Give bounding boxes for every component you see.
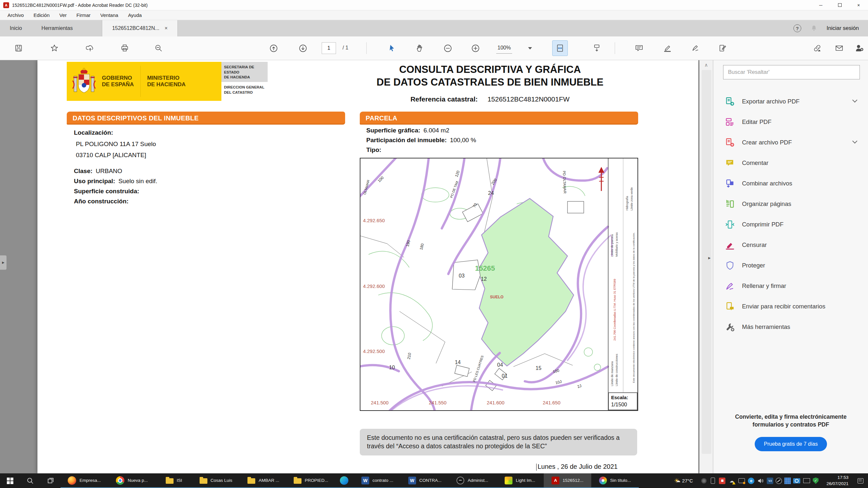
taskbar-app-administrador[interactable]: Administ... <box>448 474 496 488</box>
taskbar-folder-ambar[interactable]: AMBAR ... <box>240 474 287 488</box>
weather-icon: ☀ <box>674 477 680 484</box>
zoom-out-button[interactable] <box>440 40 456 56</box>
save-button[interactable] <box>11 40 26 56</box>
bell-icon[interactable] <box>810 24 817 32</box>
sign-tool-button[interactable] <box>688 40 704 56</box>
task-view-button[interactable] <box>40 474 61 488</box>
notification-center-button[interactable] <box>853 474 868 488</box>
close-button[interactable]: × <box>849 0 868 10</box>
tool-crear-pdf[interactable]: Crear archivo PDF <box>713 132 868 153</box>
chevron-down-icon[interactable] <box>852 139 858 144</box>
taskbar-doc-contra[interactable]: WCONTRA... <box>401 474 448 488</box>
page-scrolling-button[interactable] <box>589 40 604 56</box>
start-button[interactable] <box>0 474 20 488</box>
close-tab-icon[interactable]: × <box>164 25 167 31</box>
menu-firmar[interactable]: Firmar <box>72 10 95 20</box>
zoom-level-control[interactable]: 100% <box>496 45 512 54</box>
tool-censurar[interactable]: Censurar <box>713 234 868 255</box>
taskbar-app-edge[interactable] <box>335 474 353 488</box>
tray-status-icon[interactable] <box>701 478 707 483</box>
tray-screen-icon[interactable] <box>738 477 746 485</box>
comment-tool-button[interactable] <box>631 40 647 56</box>
tray-v2-icon[interactable]: V2 <box>767 478 773 484</box>
taskbar-folder-isi[interactable]: ISI <box>156 474 192 488</box>
tray-volume-icon[interactable] <box>757 477 765 485</box>
taskbar-search-button[interactable] <box>20 474 40 488</box>
tray-defender-icon[interactable]: ✓ <box>813 478 818 484</box>
maximize-button[interactable] <box>830 0 849 10</box>
tray-satellite-icon[interactable] <box>776 478 782 484</box>
taskbar-doc-contrato[interactable]: Wcontrato ... <box>353 474 401 488</box>
select-tool-button[interactable] <box>384 40 400 56</box>
menu-ver[interactable]: Ver <box>54 10 72 20</box>
hand-icon <box>416 44 424 53</box>
minimize-button[interactable]: ─ <box>811 0 830 10</box>
escala-value: 1/1500 <box>611 402 627 407</box>
sign-pen-icon <box>691 44 700 53</box>
free-trial-button[interactable]: Prueba gratis de 7 días <box>755 437 827 451</box>
taskbar-clock[interactable]: 17:53 26/07/2021 <box>822 474 853 488</box>
search-button[interactable] <box>151 40 166 56</box>
tab-inicio[interactable]: Inicio <box>0 20 32 36</box>
tool-rellenar-firmar[interactable]: Rellenar y firmar <box>713 275 868 296</box>
tray-red-app-icon[interactable] <box>719 478 725 484</box>
fill-sign-tool-button[interactable] <box>715 40 731 56</box>
search-input[interactable] <box>723 65 860 79</box>
tool-combinar-archivos[interactable]: Combinar archivos <box>713 173 868 194</box>
tool-comentar[interactable]: Comentar <box>713 153 868 173</box>
taskbar-folder-propiedades[interactable]: PROPIED... <box>287 474 335 488</box>
tray-phone-icon[interactable] <box>709 477 717 485</box>
folder-icon <box>247 478 255 484</box>
page-down-button[interactable] <box>295 40 311 56</box>
add-user-button[interactable] <box>852 40 867 56</box>
fit-width-button[interactable] <box>552 40 568 56</box>
tray-skype-icon[interactable]: e <box>748 478 754 484</box>
taskbar-folder-cosas-luis[interactable]: Cosas Luis <box>192 474 240 488</box>
zoom-dropdown-button[interactable] <box>526 40 535 56</box>
tool-enviar-comentarios[interactable]: Enviar para recibir comentarios <box>713 296 868 317</box>
tool-organizar-paginas[interactable]: Organizar páginas <box>713 194 868 214</box>
tools-pane-toggle[interactable]: ► <box>707 252 712 264</box>
tool-mas-herramientas[interactable]: Más herramientas <box>713 317 868 337</box>
windows-logo-icon <box>7 478 13 484</box>
tab-herramientas[interactable]: Herramientas <box>32 20 82 36</box>
tool-exportar-pdf[interactable]: Exportar archivo PDF <box>713 91 868 111</box>
tray-grid-app-icon[interactable] <box>784 478 791 484</box>
taskbar-app-firefox[interactable]: Empresa... <box>61 474 108 488</box>
sign-in-button[interactable]: Iniciar sesión <box>827 25 859 32</box>
help-icon[interactable]: ? <box>794 24 801 32</box>
left-pane-toggle[interactable]: ► <box>0 255 6 270</box>
page-number-input[interactable]: 1 <box>322 42 336 54</box>
menu-ayuda[interactable]: Ayuda <box>123 10 147 20</box>
tool-comprimir-pdf[interactable]: Comprimir PDF <box>713 214 868 234</box>
vertical-scrollbar[interactable]: ∧ <box>699 60 713 474</box>
email-button[interactable] <box>831 40 847 56</box>
print-button[interactable] <box>117 40 132 56</box>
tool-proteger[interactable]: Proteger <box>713 255 868 275</box>
taskbar-app-paint[interactable]: Sin título... <box>591 474 639 488</box>
star-button[interactable] <box>46 40 62 56</box>
tray-camera-icon[interactable] <box>793 478 800 483</box>
page-up-button[interactable] <box>266 40 281 56</box>
date-label: 26/07/2021 <box>826 481 848 487</box>
chevron-down-icon[interactable] <box>852 98 858 103</box>
taskbar-app-chrome[interactable]: Nueva p... <box>108 474 156 488</box>
tool-editar-pdf[interactable]: Editar PDF <box>713 111 868 132</box>
tab-document[interactable]: 1526512BC4812N... × <box>102 20 178 36</box>
cloud-upload-button[interactable] <box>82 40 98 56</box>
menu-archivo[interactable]: Archivo <box>3 10 29 20</box>
zoom-in-button[interactable] <box>468 40 483 56</box>
tray-display-icon[interactable] <box>803 477 810 485</box>
menu-ventana[interactable]: Ventana <box>95 10 123 20</box>
tray-cloud-warning-icon[interactable]: ☁ <box>728 477 736 485</box>
taskbar-app-light-image[interactable]: Light Im... <box>496 474 544 488</box>
hand-tool-button[interactable] <box>412 40 428 56</box>
highlight-tool-button[interactable] <box>660 40 675 56</box>
promo-block: Convierte, edita y firma electrónicament… <box>713 413 868 451</box>
share-link-button[interactable] <box>809 40 825 56</box>
taskbar-app-acrobat[interactable]: A1526512... <box>544 474 591 488</box>
taskbar-weather[interactable]: ☀ 27°C <box>669 474 699 488</box>
page-up-icon <box>269 44 278 53</box>
scroll-up-icon[interactable]: ∧ <box>700 62 713 68</box>
menu-edicion[interactable]: Edición <box>29 10 54 20</box>
